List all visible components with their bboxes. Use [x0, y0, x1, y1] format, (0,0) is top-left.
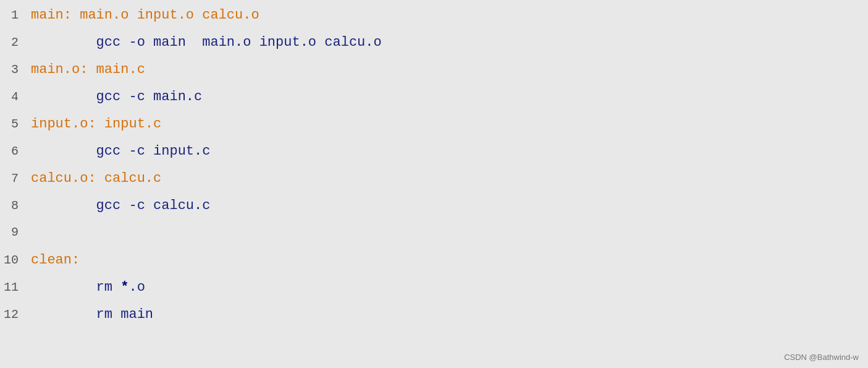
- code-line: 12 rm main: [0, 306, 868, 333]
- watermark: CSDN @Bathwind-w: [784, 353, 859, 362]
- code-line: 5input.o: input.c: [0, 115, 868, 142]
- code-line: 8 gcc -c calcu.c: [0, 197, 868, 224]
- line-number: 8: [0, 199, 31, 213]
- line-content: rm *.o: [31, 280, 868, 295]
- line-number: 7: [0, 171, 31, 186]
- code-line: 7calcu.o: calcu.c: [0, 169, 868, 197]
- code-line: 1main: main.o input.o calcu.o: [0, 6, 868, 33]
- line-content: rm main: [31, 307, 868, 322]
- code-line: 6 gcc -c input.c: [0, 142, 868, 169]
- code-line: 11 rm *.o: [0, 278, 868, 306]
- line-content: clean:: [31, 252, 868, 268]
- line-content: gcc -c calcu.c: [31, 198, 868, 213]
- code-line: 4 gcc -c main.c: [0, 88, 868, 115]
- line-number: 9: [0, 225, 31, 239]
- code-line: 3main.o: main.c: [0, 61, 868, 88]
- line-content: main: main.o input.o calcu.o: [31, 7, 868, 23]
- line-number: 5: [0, 117, 31, 131]
- code-line: 2 gcc -o main main.o input.o calcu.o: [0, 33, 868, 61]
- line-number: 1: [0, 8, 31, 22]
- line-content: input.o: input.c: [31, 116, 868, 132]
- line-content: gcc -c input.c: [31, 143, 868, 159]
- code-container: 1main: main.o input.o calcu.o2 gcc -o ma…: [0, 0, 868, 368]
- code-line: 9: [0, 224, 868, 251]
- line-number: 6: [0, 144, 31, 158]
- line-content: gcc -c main.c: [31, 89, 868, 105]
- line-number: 3: [0, 62, 31, 77]
- line-number: 10: [0, 253, 31, 267]
- line-number: 11: [0, 280, 31, 294]
- line-number: 12: [0, 307, 31, 322]
- line-content: main.o: main.c: [31, 62, 868, 77]
- line-number: 2: [0, 35, 31, 49]
- line-content: calcu.o: calcu.c: [31, 171, 868, 186]
- line-content: gcc -o main main.o input.o calcu.o: [31, 35, 868, 50]
- code-line: 10clean:: [0, 251, 868, 278]
- line-number: 4: [0, 90, 31, 104]
